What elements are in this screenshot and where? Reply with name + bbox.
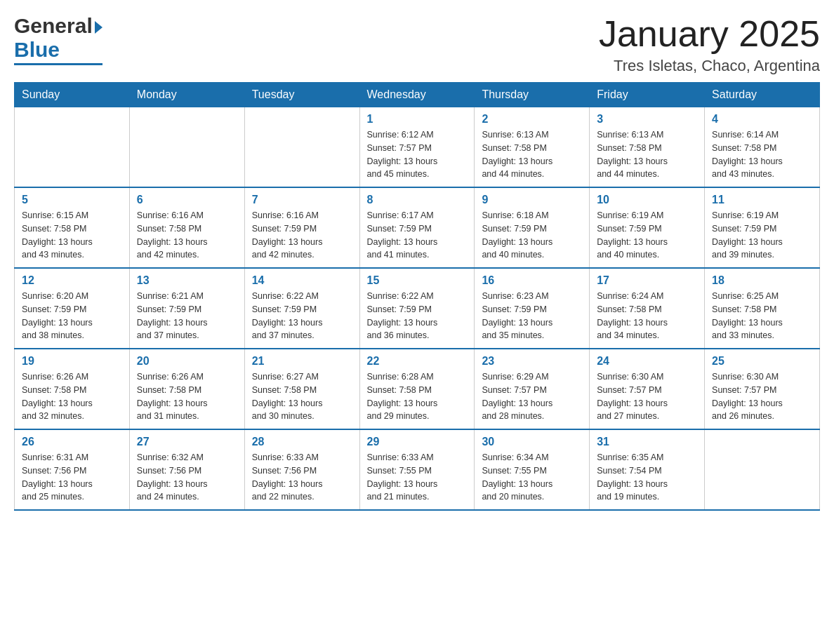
- day-number: 4: [712, 113, 812, 126]
- calendar-cell: 29Sunrise: 6:33 AM Sunset: 7:55 PM Dayli…: [359, 429, 475, 510]
- weekday-header-thursday: Thursday: [475, 83, 590, 107]
- day-info: Sunrise: 6:32 AM Sunset: 7:56 PM Dayligh…: [137, 451, 237, 504]
- calendar-cell: [244, 107, 359, 188]
- day-number: 21: [252, 355, 352, 368]
- day-info: Sunrise: 6:21 AM Sunset: 7:59 PM Dayligh…: [137, 290, 237, 342]
- calendar-cell: 14Sunrise: 6:22 AM Sunset: 7:59 PM Dayli…: [244, 268, 359, 349]
- day-info: Sunrise: 6:17 AM Sunset: 7:59 PM Dayligh…: [367, 209, 468, 262]
- calendar-cell: 20Sunrise: 6:26 AM Sunset: 7:58 PM Dayli…: [129, 349, 244, 429]
- weekday-header-sunday: Sunday: [15, 83, 130, 107]
- calendar-cell: 2Sunrise: 6:13 AM Sunset: 7:58 PM Daylig…: [475, 107, 590, 188]
- calendar-cell: 7Sunrise: 6:16 AM Sunset: 7:59 PM Daylig…: [244, 187, 359, 268]
- calendar-table: SundayMondayTuesdayWednesdayThursdayFrid…: [14, 82, 820, 511]
- day-number: 14: [252, 274, 352, 287]
- logo-blue-text: Blue: [14, 38, 60, 62]
- day-info: Sunrise: 6:19 AM Sunset: 7:59 PM Dayligh…: [712, 209, 812, 262]
- day-number: 23: [482, 355, 582, 368]
- day-info: Sunrise: 6:30 AM Sunset: 7:57 PM Dayligh…: [597, 370, 697, 423]
- day-number: 16: [482, 274, 582, 287]
- calendar-week-row: 12Sunrise: 6:20 AM Sunset: 7:59 PM Dayli…: [15, 268, 820, 349]
- day-number: 26: [22, 436, 122, 448]
- day-info: Sunrise: 6:26 AM Sunset: 7:58 PM Dayligh…: [22, 370, 122, 423]
- calendar-cell: 25Sunrise: 6:30 AM Sunset: 7:57 PM Dayli…: [705, 349, 820, 429]
- day-info: Sunrise: 6:27 AM Sunset: 7:58 PM Dayligh…: [252, 370, 352, 423]
- calendar-cell: 19Sunrise: 6:26 AM Sunset: 7:58 PM Dayli…: [15, 349, 130, 429]
- day-info: Sunrise: 6:25 AM Sunset: 7:58 PM Dayligh…: [712, 290, 812, 342]
- calendar-cell: 12Sunrise: 6:20 AM Sunset: 7:59 PM Dayli…: [15, 268, 130, 349]
- weekday-header-monday: Monday: [129, 83, 244, 107]
- day-number: 25: [712, 355, 812, 368]
- calendar-cell: 31Sunrise: 6:35 AM Sunset: 7:54 PM Dayli…: [590, 429, 705, 510]
- day-info: Sunrise: 6:31 AM Sunset: 7:56 PM Dayligh…: [22, 451, 122, 504]
- day-number: 22: [367, 355, 468, 368]
- calendar-cell: 16Sunrise: 6:23 AM Sunset: 7:59 PM Dayli…: [475, 268, 590, 349]
- day-info: Sunrise: 6:16 AM Sunset: 7:58 PM Dayligh…: [137, 209, 237, 262]
- month-title: January 2025: [599, 14, 820, 54]
- calendar-cell: 13Sunrise: 6:21 AM Sunset: 7:59 PM Dayli…: [129, 268, 244, 349]
- day-number: 29: [367, 436, 468, 448]
- calendar-cell: 24Sunrise: 6:30 AM Sunset: 7:57 PM Dayli…: [590, 349, 705, 429]
- day-number: 13: [137, 274, 237, 287]
- calendar-cell: 5Sunrise: 6:15 AM Sunset: 7:58 PM Daylig…: [15, 187, 130, 268]
- weekday-header-row: SundayMondayTuesdayWednesdayThursdayFrid…: [15, 83, 820, 107]
- title-section: January 2025 Tres Isletas, Chaco, Argent…: [599, 14, 820, 75]
- day-number: 17: [597, 274, 697, 287]
- calendar-week-row: 1Sunrise: 6:12 AM Sunset: 7:57 PM Daylig…: [15, 107, 820, 188]
- day-info: Sunrise: 6:22 AM Sunset: 7:59 PM Dayligh…: [252, 290, 352, 342]
- day-number: 28: [252, 436, 352, 448]
- day-number: 2: [482, 113, 582, 126]
- calendar-week-row: 5Sunrise: 6:15 AM Sunset: 7:58 PM Daylig…: [15, 187, 820, 268]
- calendar-cell: 4Sunrise: 6:14 AM Sunset: 7:58 PM Daylig…: [705, 107, 820, 188]
- logo-arrow-icon: [95, 21, 102, 34]
- day-number: 5: [22, 194, 122, 206]
- day-number: 18: [712, 274, 812, 287]
- logo-general-text: General: [14, 14, 93, 38]
- day-info: Sunrise: 6:15 AM Sunset: 7:58 PM Dayligh…: [22, 209, 122, 262]
- day-info: Sunrise: 6:26 AM Sunset: 7:58 PM Dayligh…: [137, 370, 237, 423]
- day-number: 7: [252, 194, 352, 206]
- day-number: 9: [482, 194, 582, 206]
- day-info: Sunrise: 6:16 AM Sunset: 7:59 PM Dayligh…: [252, 209, 352, 262]
- page-header: General Blue January 2025 Tres Isletas, …: [14, 14, 820, 75]
- calendar-week-row: 26Sunrise: 6:31 AM Sunset: 7:56 PM Dayli…: [15, 429, 820, 510]
- calendar-cell: 1Sunrise: 6:12 AM Sunset: 7:57 PM Daylig…: [359, 107, 475, 188]
- calendar-cell: 22Sunrise: 6:28 AM Sunset: 7:58 PM Dayli…: [359, 349, 475, 429]
- day-number: 10: [597, 194, 697, 206]
- calendar-cell: 28Sunrise: 6:33 AM Sunset: 7:56 PM Dayli…: [244, 429, 359, 510]
- location: Tres Isletas, Chaco, Argentina: [599, 57, 820, 75]
- day-info: Sunrise: 6:14 AM Sunset: 7:58 PM Dayligh…: [712, 128, 812, 181]
- day-info: Sunrise: 6:23 AM Sunset: 7:59 PM Dayligh…: [482, 290, 582, 342]
- calendar-cell: 10Sunrise: 6:19 AM Sunset: 7:59 PM Dayli…: [590, 187, 705, 268]
- day-info: Sunrise: 6:20 AM Sunset: 7:59 PM Dayligh…: [22, 290, 122, 342]
- calendar-cell: 27Sunrise: 6:32 AM Sunset: 7:56 PM Dayli…: [129, 429, 244, 510]
- day-info: Sunrise: 6:12 AM Sunset: 7:57 PM Dayligh…: [367, 128, 468, 181]
- day-number: 12: [22, 274, 122, 287]
- weekday-header-tuesday: Tuesday: [244, 83, 359, 107]
- day-number: 20: [137, 355, 237, 368]
- day-info: Sunrise: 6:33 AM Sunset: 7:55 PM Dayligh…: [367, 451, 468, 504]
- day-info: Sunrise: 6:24 AM Sunset: 7:58 PM Dayligh…: [597, 290, 697, 342]
- logo-underline: [14, 63, 102, 65]
- weekday-header-wednesday: Wednesday: [359, 83, 475, 107]
- day-number: 30: [482, 436, 582, 448]
- day-info: Sunrise: 6:30 AM Sunset: 7:57 PM Dayligh…: [712, 370, 812, 423]
- logo: General Blue: [14, 14, 102, 65]
- calendar-week-row: 19Sunrise: 6:26 AM Sunset: 7:58 PM Dayli…: [15, 349, 820, 429]
- calendar-cell: 18Sunrise: 6:25 AM Sunset: 7:58 PM Dayli…: [705, 268, 820, 349]
- calendar-cell: 9Sunrise: 6:18 AM Sunset: 7:59 PM Daylig…: [475, 187, 590, 268]
- calendar-cell: 30Sunrise: 6:34 AM Sunset: 7:55 PM Dayli…: [475, 429, 590, 510]
- day-number: 11: [712, 194, 812, 206]
- calendar-cell: 11Sunrise: 6:19 AM Sunset: 7:59 PM Dayli…: [705, 187, 820, 268]
- day-info: Sunrise: 6:33 AM Sunset: 7:56 PM Dayligh…: [252, 451, 352, 504]
- weekday-header-friday: Friday: [590, 83, 705, 107]
- day-number: 1: [367, 113, 468, 126]
- day-info: Sunrise: 6:35 AM Sunset: 7:54 PM Dayligh…: [597, 451, 697, 504]
- calendar-cell: 6Sunrise: 6:16 AM Sunset: 7:58 PM Daylig…: [129, 187, 244, 268]
- calendar-cell: [15, 107, 130, 188]
- calendar-cell: 23Sunrise: 6:29 AM Sunset: 7:57 PM Dayli…: [475, 349, 590, 429]
- day-info: Sunrise: 6:19 AM Sunset: 7:59 PM Dayligh…: [597, 209, 697, 262]
- calendar-cell: [129, 107, 244, 188]
- day-info: Sunrise: 6:18 AM Sunset: 7:59 PM Dayligh…: [482, 209, 582, 262]
- day-number: 6: [137, 194, 237, 206]
- weekday-header-saturday: Saturday: [705, 83, 820, 107]
